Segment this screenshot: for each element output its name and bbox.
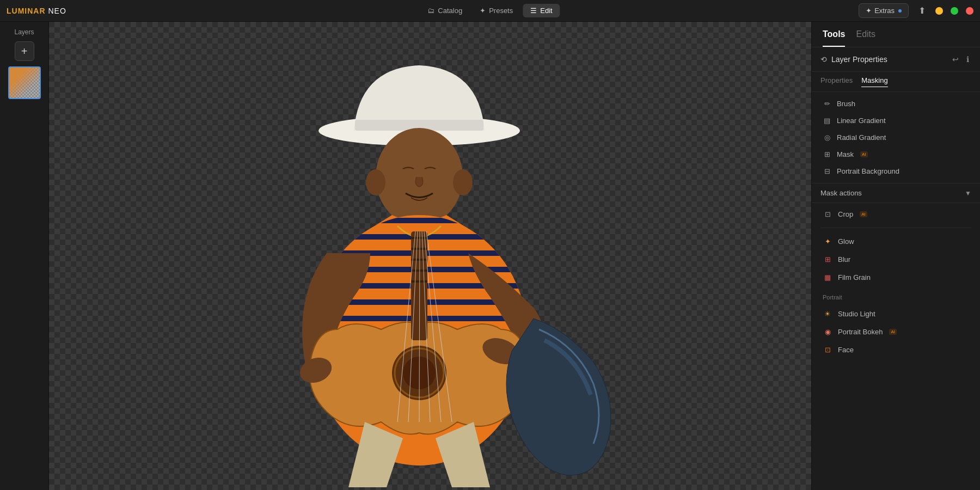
layers-title: Layers <box>4 28 44 36</box>
close-button[interactable] <box>966 7 973 15</box>
sub-tab-properties[interactable]: Properties <box>820 76 853 87</box>
glow-icon: ✦ <box>823 237 832 246</box>
edit-label: Edit <box>540 7 552 15</box>
section-title-row: ⟲ Layer Properties <box>820 55 887 64</box>
extras-label: Extras <box>874 7 895 15</box>
photo-container <box>185 24 675 487</box>
tool-film-grain[interactable]: ▦ Film Grain <box>812 268 980 286</box>
svg-rect-10 <box>310 218 528 223</box>
crop-ai-badge: AI <box>860 211 867 217</box>
tool-portrait-bokeh[interactable]: ◉ Portrait Bokeh AI <box>812 323 980 341</box>
layer-thumbnail[interactable] <box>8 66 41 99</box>
canvas-area <box>49 22 811 490</box>
svg-rect-31 <box>411 280 427 283</box>
nav-edit[interactable]: ☰ Edit <box>523 4 560 17</box>
tool-studio-light[interactable]: ☀ Studio Light <box>812 305 980 323</box>
info-button[interactable]: ℹ <box>964 54 971 65</box>
tool-brush[interactable]: ✏ Brush <box>812 95 980 112</box>
extras-badge <box>898 9 902 13</box>
mask-ai-badge: AI <box>860 151 868 157</box>
masking-tool-list: ✏ Brush ▤ Linear Gradient ◎ Radial Gradi… <box>812 92 980 183</box>
nav-catalog[interactable]: 🗂 Catalog <box>420 4 470 17</box>
layer-properties-title: Layer Properties <box>831 55 887 64</box>
photo-svg <box>185 24 675 487</box>
glow-label: Glow <box>838 237 854 246</box>
layer-properties-icon: ⟲ <box>820 55 827 64</box>
sub-tabs: Properties Masking <box>812 72 980 92</box>
portrait-bg-icon: ⊟ <box>823 167 831 175</box>
blur-label: Blur <box>838 255 850 264</box>
extras-icon: ✦ <box>866 7 872 15</box>
film-grain-label: Film Grain <box>838 273 871 281</box>
crop-label: Crop <box>838 210 853 218</box>
mask-actions-title: Mask actions <box>820 189 862 197</box>
right-panel: Tools Edits ⟲ Layer Properties ↩ ℹ Prope… <box>811 22 980 490</box>
tool-linear-gradient[interactable]: ▤ Linear Gradient <box>812 112 980 129</box>
portrait-bokeh-icon: ◉ <box>823 328 832 336</box>
catalog-icon: 🗂 <box>427 7 434 15</box>
svg-rect-29 <box>411 259 427 261</box>
effects-section: ✦ Glow ⊞ Blur ▦ Film Grain <box>812 230 980 289</box>
tab-tools[interactable]: Tools <box>823 29 845 47</box>
presets-icon: ✦ <box>480 7 486 15</box>
brush-icon: ✏ <box>823 100 831 108</box>
film-grain-icon: ▦ <box>823 273 832 281</box>
crop-section: ⊡ Crop AI <box>812 203 980 225</box>
linear-gradient-label: Linear Gradient <box>837 117 886 125</box>
divider-1 <box>820 228 971 228</box>
studio-light-icon: ☀ <box>823 310 832 318</box>
add-layer-button[interactable]: + <box>15 41 34 61</box>
mask-ai-icon: ⊞ <box>823 150 831 158</box>
svg-rect-30 <box>411 270 427 272</box>
face-label: Face <box>838 346 854 354</box>
section-actions: ↩ ℹ <box>950 54 971 65</box>
brush-label: Brush <box>837 100 855 108</box>
layer-properties-section: ⟲ Layer Properties ↩ ℹ <box>812 47 980 72</box>
title-bar-center: 🗂 Catalog ✦ Presets ☰ Edit <box>420 4 560 17</box>
radial-gradient-label: Radial Gradient <box>837 133 886 142</box>
linear-gradient-icon: ▤ <box>823 117 831 125</box>
studio-light-label: Studio Light <box>838 310 875 318</box>
title-bar: LUMINAR NEO 🗂 Catalog ✦ Presets ☰ Edit ✦… <box>0 0 980 22</box>
blur-icon: ⊞ <box>823 255 832 264</box>
tool-portrait-bg[interactable]: ⊟ Portrait Background <box>812 163 980 180</box>
app-logo: LUMINAR NEO <box>7 7 66 15</box>
radial-gradient-icon: ◎ <box>823 133 831 142</box>
layers-panel: Layers + <box>0 22 49 490</box>
mask-actions-chevron: ▼ <box>965 189 971 197</box>
tool-radial-gradient[interactable]: ◎ Radial Gradient <box>812 129 980 146</box>
svg-point-8 <box>453 169 473 195</box>
portrait-bokeh-ai-badge: AI <box>889 329 897 335</box>
portrait-section-label: Portrait <box>812 289 980 303</box>
tab-edits[interactable]: Edits <box>856 29 875 47</box>
tool-blur[interactable]: ⊞ Blur <box>812 250 980 268</box>
nav-presets[interactable]: ✦ Presets <box>472 4 520 17</box>
extras-button[interactable]: ✦ Extras <box>859 3 909 18</box>
sub-tab-masking[interactable]: Masking <box>861 76 887 87</box>
mask-actions-header[interactable]: Mask actions ▼ <box>812 183 980 203</box>
presets-label: Presets <box>489 7 513 15</box>
portrait-section: ☀ Studio Light ◉ Portrait Bokeh AI ⊡ Fac… <box>812 303 980 361</box>
tool-glow[interactable]: ✦ Glow <box>812 232 980 250</box>
tool-face[interactable]: ⊡ Face <box>812 341 980 359</box>
share-button[interactable]: ⬆ <box>916 4 928 17</box>
title-bar-right: ✦ Extras ⬆ <box>859 3 973 18</box>
crop-icon: ⊡ <box>823 210 832 218</box>
title-bar-left: LUMINAR NEO <box>7 7 66 15</box>
edit-icon: ☰ <box>530 7 537 15</box>
tool-crop[interactable]: ⊡ Crop AI <box>812 205 980 223</box>
minimize-button[interactable] <box>935 7 943 15</box>
face-icon: ⊡ <box>823 346 832 354</box>
maximize-button[interactable] <box>951 7 958 15</box>
catalog-label: Catalog <box>438 7 462 15</box>
tools-header: Tools Edits <box>812 22 980 47</box>
portrait-bg-label: Portrait Background <box>837 167 899 175</box>
portrait-bokeh-label: Portrait Bokeh <box>838 328 883 336</box>
mask-ai-label: Mask <box>837 150 854 158</box>
main-layout: Layers + <box>0 22 980 490</box>
undo-button[interactable]: ↩ <box>950 54 961 65</box>
tool-mask-ai[interactable]: ⊞ Mask AI <box>812 146 980 163</box>
svg-point-7 <box>366 169 385 195</box>
